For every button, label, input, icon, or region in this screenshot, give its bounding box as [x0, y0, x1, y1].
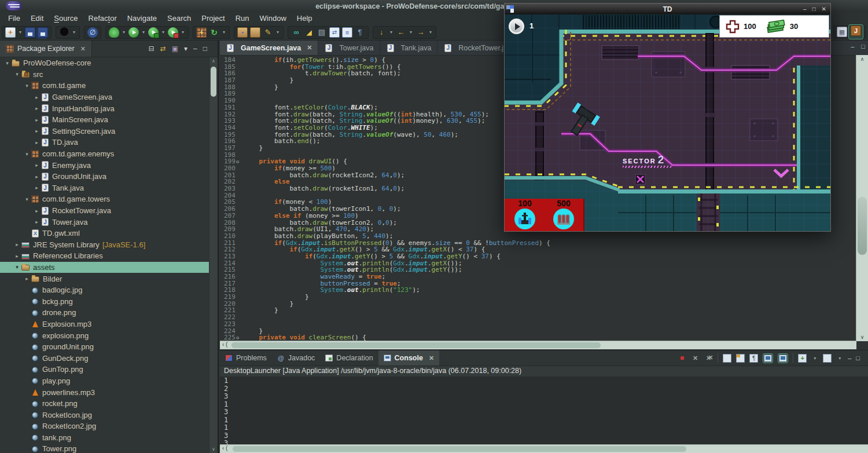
- show-on-output-button[interactable]: [779, 355, 787, 362]
- open-console-button[interactable]: [798, 354, 807, 363]
- skip-breakpoints-button[interactable]: [87, 27, 98, 38]
- tree-item-rocketicon2-jpg[interactable]: RocketIcon2.jpg: [0, 421, 209, 432]
- word-wrap-button[interactable]: [749, 354, 758, 363]
- sidebar-scrollbar[interactable]: ∧ ∨: [209, 57, 218, 453]
- open-resource-button[interactable]: [250, 27, 260, 38]
- tree-item-com-td-game-enemys[interactable]: ▾com.td.game.enemys: [0, 148, 209, 160]
- tree-item-play-png[interactable]: play.png: [0, 375, 209, 387]
- tree-item-rocket-png[interactable]: rocket.png: [0, 398, 209, 410]
- tab-declaration[interactable]: Declaration: [320, 350, 378, 366]
- chevron-collapsed-icon[interactable]: ▸: [33, 219, 41, 225]
- tree-item-com-td-game-towers[interactable]: ▾com.td.game.towers: [0, 193, 209, 205]
- tree-item-explosion-png[interactable]: explosion.png: [0, 330, 209, 341]
- chevron-collapsed-icon[interactable]: ▸: [13, 253, 21, 259]
- menu-run[interactable]: Run: [230, 13, 255, 24]
- shop-item-gun-tower[interactable]: 100: [506, 199, 543, 231]
- minimize-icon[interactable]: –: [193, 45, 197, 53]
- open-perspective-button[interactable]: [837, 27, 847, 37]
- dropdown-arrow-icon[interactable]: ▾: [161, 30, 165, 35]
- tree-item-tower-png[interactable]: Tower.png: [0, 443, 209, 453]
- minimize-icon[interactable]: –: [803, 6, 807, 12]
- tab-console[interactable]: Console✕: [378, 350, 440, 366]
- chevron-collapsed-icon[interactable]: ▸: [13, 242, 21, 247]
- editor-list-button[interactable]: [342, 27, 352, 38]
- collapse-all-icon[interactable]: ⊟: [149, 45, 155, 53]
- menu-window[interactable]: Window: [255, 13, 292, 24]
- chevron-expanded-icon[interactable]: ▾: [23, 83, 31, 89]
- tree-item-groundunit-png[interactable]: groundUnit.png: [0, 341, 209, 353]
- gun-tower-icon[interactable]: [514, 209, 535, 229]
- tree-item-enemy-java[interactable]: ▸Enemy.java: [0, 159, 209, 171]
- compare-button[interactable]: [317, 27, 327, 38]
- back-button[interactable]: [396, 27, 406, 38]
- pin-console-button[interactable]: [764, 355, 772, 362]
- tree-item-powerlines-mp3[interactable]: powerlines.mp3: [0, 386, 209, 398]
- dropdown-arrow-icon[interactable]: ▾: [409, 30, 413, 35]
- tree-item-assets[interactable]: ▾assets: [0, 262, 209, 273]
- tree-item-com-td-game[interactable]: ▾com.td.game: [0, 80, 209, 92]
- chevron-collapsed-icon[interactable]: ▸: [33, 162, 41, 168]
- scroll-down-icon[interactable]: ∨: [856, 334, 868, 340]
- dropdown-arrow-icon[interactable]: ▾: [222, 30, 226, 35]
- scroll-up-icon[interactable]: ∧: [209, 59, 218, 64]
- dropdown-arrow-icon[interactable]: ▾: [141, 30, 146, 35]
- chevron-collapsed-icon[interactable]: ▸: [33, 94, 41, 100]
- dropdown-arrow-icon[interactable]: ▾: [18, 30, 23, 35]
- scrollbar-thumb[interactable]: [858, 197, 867, 255]
- menu-refactor[interactable]: Refactor: [83, 13, 122, 24]
- maximize-icon[interactable]: □: [203, 45, 207, 53]
- chevron-collapsed-icon[interactable]: ▸: [23, 276, 31, 282]
- editor-vscrollbar[interactable]: ∧ ∨: [856, 55, 868, 341]
- tree-item-gundeck-png[interactable]: GunDeck.png: [0, 352, 209, 364]
- tree-item-tank-java[interactable]: ▸Tank.java: [0, 182, 209, 194]
- tree-item-badlogic-jpg[interactable]: badlogic.jpg: [0, 284, 209, 296]
- dropdown-arrow-icon[interactable]: ▾: [837, 356, 842, 361]
- console-hscrollbar[interactable]: ‹ (: [220, 444, 868, 453]
- menu-source[interactable]: Source: [49, 13, 83, 24]
- clear-console-button[interactable]: [723, 354, 731, 363]
- rocket-tower-icon[interactable]: [553, 209, 574, 229]
- tree-item-groundunit-java[interactable]: ▸GroundUnit.java: [0, 171, 209, 182]
- chevron-collapsed-icon[interactable]: ▸: [33, 105, 41, 111]
- chevron-collapsed-icon[interactable]: ▸: [33, 117, 41, 123]
- search-flashlight-button[interactable]: [304, 27, 314, 38]
- tree-item-guntop-png[interactable]: GunTop.png: [0, 364, 209, 375]
- game-titlebar[interactable]: TD – □ ✕: [505, 3, 830, 14]
- run-last-button[interactable]: [148, 27, 159, 38]
- show-whitespace-button[interactable]: [355, 27, 365, 38]
- open-task-button[interactable]: [291, 27, 301, 38]
- dropdown-arrow-icon[interactable]: ▾: [72, 30, 76, 35]
- chevron-expanded-icon[interactable]: ▾: [3, 60, 11, 66]
- tab-gamescreen-java[interactable]: GameScreen.java✕: [220, 41, 318, 55]
- view-menu-icon[interactable]: ▣: [172, 45, 178, 53]
- coverage-button[interactable]: [209, 27, 219, 38]
- editor-hscrollbar[interactable]: ‹ (: [220, 341, 856, 349]
- user-profile-button[interactable]: [59, 27, 69, 38]
- save-all-button[interactable]: [38, 27, 48, 38]
- menu-navigate[interactable]: Navigate: [122, 13, 162, 24]
- dropdown-arrow-icon[interactable]: ▾: [122, 30, 126, 35]
- tree-item-td-gwt-xml[interactable]: TD.gwt.xml: [0, 228, 209, 239]
- terminate-button[interactable]: [678, 354, 686, 363]
- tree-item-inputhandling-java[interactable]: ▸InputHandling.java: [0, 103, 209, 114]
- scrollbar-thumb[interactable]: [231, 342, 601, 348]
- forward-button[interactable]: [415, 27, 426, 38]
- dropdown-arrow-icon[interactable]: ▾: [181, 30, 185, 35]
- profile-button[interactable]: [168, 27, 178, 38]
- scrollbar-thumb[interactable]: [233, 446, 686, 452]
- annotate-button[interactable]: [263, 27, 273, 38]
- clear-console-button[interactable]: [823, 354, 832, 363]
- chevron-collapsed-icon[interactable]: ▸: [33, 128, 41, 134]
- last-edit-location-button[interactable]: [376, 27, 387, 38]
- tree-item-referenced-libraries[interactable]: ▸Referenced Libraries: [0, 250, 209, 262]
- scroll-left-icon[interactable]: ‹ (: [222, 445, 227, 451]
- new-java-project-button[interactable]: [196, 27, 207, 38]
- tab-tank-java[interactable]: Tank.java: [380, 41, 438, 55]
- tree-item-tank-png[interactable]: tank.png: [0, 432, 209, 444]
- scroll-down-icon[interactable]: ∨: [209, 447, 218, 452]
- tab-tower-java[interactable]: Tower.java: [318, 41, 380, 55]
- console-output[interactable]: 123131133: [220, 377, 868, 445]
- tree-item-gamescreen-java[interactable]: ▸GameScreen.java: [0, 92, 209, 103]
- tree-item-rockettower-java[interactable]: ▸RocketTower.java: [0, 205, 209, 217]
- run-button[interactable]: [128, 27, 139, 38]
